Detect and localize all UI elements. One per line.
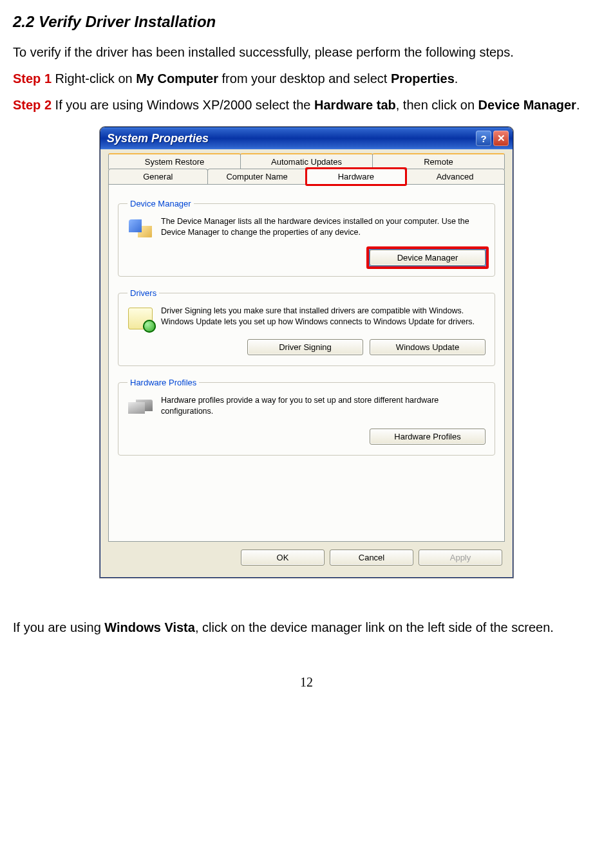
dialog-footer: OK Cancel Apply — [108, 542, 505, 568]
titlebar-buttons: ? ✕ — [476, 131, 509, 146]
group-device-manager: Device Manager The Device Manager lists … — [118, 199, 495, 277]
step-1-bold-2: Properties — [391, 71, 455, 86]
device-manager-button-label: Device Manager — [397, 253, 458, 263]
titlebar[interactable]: System Properties ? ✕ — [100, 127, 513, 149]
apply-button[interactable]: Apply — [419, 549, 502, 566]
tab-hardware[interactable]: Hardware — [306, 169, 406, 184]
device-manager-description: The Device Manager lists all the hardwar… — [161, 216, 486, 238]
step-1-text-a: Right-click on — [52, 71, 136, 86]
device-manager-button[interactable]: Device Manager — [370, 250, 486, 266]
intro-paragraph: To verify if the driver has been install… — [13, 44, 600, 61]
step-1: Step 1 Right-click on My Computer from y… — [13, 70, 600, 88]
cancel-button[interactable]: Cancel — [330, 549, 413, 566]
drivers-description: Driver Signing lets you make sure that i… — [161, 306, 486, 328]
legend-device-manager: Device Manager — [127, 199, 194, 208]
step-2-text-b: , then click on — [396, 98, 478, 112]
tab-general[interactable]: General — [108, 169, 208, 184]
system-properties-dialog: System Properties ? ✕ System Restore Aut… — [100, 127, 513, 578]
step-2-label: Step 2 — [13, 98, 52, 112]
device-manager-icon — [127, 216, 153, 242]
tab-automatic-updates[interactable]: Automatic Updates — [240, 153, 373, 169]
driver-signing-button[interactable]: Driver Signing — [247, 339, 363, 355]
drivers-icon — [127, 306, 153, 331]
tab-computer-name[interactable]: Computer Name — [207, 169, 307, 184]
tab-advanced[interactable]: Advanced — [405, 169, 505, 184]
ok-button[interactable]: OK — [241, 549, 325, 566]
vista-paragraph: If you are using Windows Vista, click on… — [13, 619, 600, 636]
tab-system-restore[interactable]: System Restore — [108, 153, 241, 169]
tab-row-1: System Restore Automatic Updates Remote — [108, 153, 505, 169]
dialog-body: System Restore Automatic Updates Remote … — [100, 149, 513, 577]
hardware-profiles-icon — [127, 395, 153, 421]
window-title: System Properties — [107, 132, 209, 145]
step-1-label: Step 1 — [13, 71, 52, 86]
windows-update-button[interactable]: Windows Update — [370, 339, 486, 355]
legend-hardware-profiles: Hardware Profiles — [127, 378, 199, 387]
group-hardware-profiles: Hardware Profiles Hardware profiles prov… — [118, 378, 495, 456]
hardware-profiles-description: Hardware profiles provide a way for you … — [161, 395, 486, 417]
step-1-bold-1: My Computer — [136, 71, 218, 86]
tab-row-2: General Computer Name Hardware Advanced — [108, 169, 505, 184]
step-2-bold-1: Hardware tab — [314, 98, 396, 112]
help-icon[interactable]: ? — [476, 131, 491, 146]
group-drivers: Drivers Driver Signing lets you make sur… — [118, 288, 495, 366]
legend-drivers: Drivers — [127, 288, 159, 298]
vista-text-a: If you are using — [13, 620, 104, 634]
hardware-profiles-button[interactable]: Hardware Profiles — [370, 429, 486, 445]
page-number: 12 — [13, 675, 600, 690]
vista-bold: Windows Vista — [104, 620, 195, 634]
step-1-text-c: . — [455, 71, 458, 86]
step-2-bold-2: Device Manager — [478, 98, 576, 112]
close-icon[interactable]: ✕ — [493, 131, 509, 146]
step-2-text-a: If you are using Windows XP/2000 select … — [52, 98, 314, 112]
step-1-text-b: from your desktop and select — [218, 71, 391, 86]
hardware-tab-panel: Device Manager The Device Manager lists … — [108, 184, 505, 542]
step-2: Step 2 If you are using Windows XP/2000 … — [13, 97, 600, 114]
tab-remote[interactable]: Remote — [372, 153, 505, 169]
step-2-text-c: . — [576, 98, 580, 112]
section-heading: 2.2 Verify Driver Installation — [13, 13, 600, 31]
tab-hardware-label: Hardware — [338, 172, 374, 181]
vista-text-b: , click on the device manager link on th… — [195, 620, 554, 634]
